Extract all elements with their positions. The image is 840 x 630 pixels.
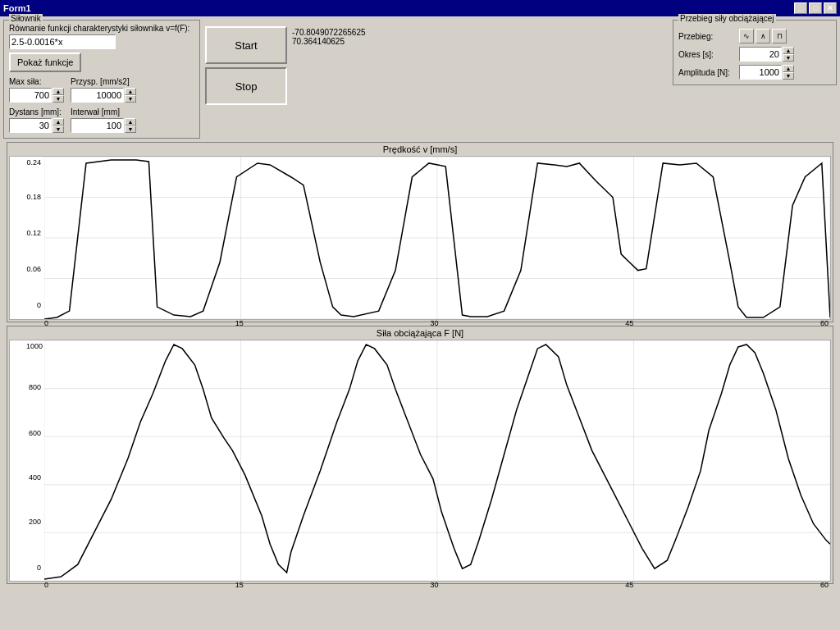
chart2-y3: 400: [29, 473, 41, 482]
top-panel: Siłownik Równanie funkcji charakterystyk…: [3, 20, 837, 139]
title-bar-buttons[interactable]: _ □ ✕: [794, 2, 837, 14]
minimize-button[interactable]: _: [794, 2, 807, 14]
przyspieszenie-input[interactable]: [71, 88, 124, 103]
chart1-container: Prędkość v [mm/s] 0.24 0.18 0.12 0.06 0: [7, 142, 833, 322]
chart2-x4: 45: [625, 581, 633, 589]
chart1-x3: 30: [430, 319, 438, 327]
chart2-y6: 1000: [26, 342, 43, 350]
show-func-button[interactable]: Pokaż funkcje: [9, 52, 81, 72]
amplituda-input[interactable]: [739, 65, 782, 80]
chart2-svg: [44, 340, 830, 581]
okres-up[interactable]: ▲: [783, 47, 794, 54]
stop-button[interactable]: Stop: [205, 67, 287, 105]
chart1-x2: 15: [235, 319, 244, 327]
siłownik-group-title: Siłownik: [9, 14, 43, 23]
przyspieszenie-up[interactable]: ▲: [125, 88, 136, 95]
amplituda-up[interactable]: ▲: [783, 65, 794, 72]
chart1-svg: [44, 157, 830, 319]
wave-triangle-btn[interactable]: ∧: [756, 29, 770, 43]
chart1-y2: 0.06: [26, 265, 41, 273]
przebieg-group: Przebieg siły obciążającej Przebieg: ∿ ∧…: [673, 20, 837, 85]
charts-area: Prędkość v [mm/s] 0.24 0.18 0.12 0.06 0: [3, 142, 837, 587]
chart2-y4: 600: [29, 429, 41, 437]
chart2-y5: 800: [29, 383, 41, 391]
max-sila-down[interactable]: ▼: [52, 95, 64, 103]
chart2-svg-wrapper: 0 15 30 45 60: [44, 340, 830, 581]
dystans-label: Dystans [mm]:: [9, 107, 64, 116]
chart1-x-axis: 0 15 30 45 60: [44, 319, 830, 327]
chart2-x5: 60: [820, 581, 829, 589]
chart1-y5: 0.24: [26, 158, 41, 167]
dystans-input[interactable]: [9, 118, 52, 133]
chart1-y-axis: 0.24 0.18 0.12 0.06 0: [10, 157, 44, 319]
przyspieszenie-label: Przysp. [mm/s2]: [71, 77, 136, 86]
wave-square-btn[interactable]: ⊓: [772, 29, 787, 43]
chart2-x-axis: 0 15 30 45 60: [44, 581, 830, 589]
siłownik-group: Siłownik Równanie funkcji charakterystyk…: [3, 20, 200, 139]
przebieg-label: Przebieg:: [678, 32, 736, 41]
max-sila-label: Max siła:: [9, 77, 64, 86]
interwał-label: Interwał [mm]: [71, 107, 136, 116]
chart2-x3: 30: [430, 581, 438, 589]
przyspieszenie-down[interactable]: ▼: [125, 95, 136, 103]
amplituda-label: Amplituda [N]:: [678, 68, 736, 77]
chart1-y3: 0.12: [26, 229, 41, 237]
equation-label: Równanie funkcji charakterystyki siłowni…: [9, 24, 194, 33]
max-sila-input[interactable]: [9, 88, 52, 103]
start-button[interactable]: Start: [205, 26, 287, 64]
chart2-title: Siła obciążająca F [N]: [7, 326, 833, 340]
interwał-down[interactable]: ▼: [125, 126, 136, 133]
interwał-input[interactable]: [71, 118, 124, 133]
amplituda-down[interactable]: ▼: [783, 72, 794, 80]
okres-down[interactable]: ▼: [783, 54, 794, 62]
chart2-x1: 0: [44, 581, 48, 589]
okres-input[interactable]: [739, 47, 782, 62]
main-content: Siłownik Równanie funkcji charakterystyk…: [0, 16, 840, 591]
chart1-y1: 0: [37, 301, 41, 309]
chart2-x2: 15: [235, 581, 244, 589]
coord-line1: -70.8049072265625: [292, 28, 399, 37]
okres-label: Okres [s]:: [678, 50, 736, 59]
chart2-y-axis: 1000 800 600 400 200 0: [10, 340, 44, 581]
chart2-area: 1000 800 600 400 200 0: [9, 340, 831, 582]
chart2-container: Siła obciążająca F [N] 1000 800 600 400 …: [7, 326, 833, 584]
chart1-x5: 60: [820, 319, 829, 327]
chart2-y2: 200: [29, 518, 41, 526]
coord-line2: 70.364140625: [292, 37, 399, 46]
start-stop-group: Start Stop: [205, 26, 287, 105]
wave-sine-btn[interactable]: ∿: [739, 29, 754, 43]
window-title: Form1: [3, 3, 31, 13]
chart1-area: 0.24 0.18 0.12 0.06 0: [9, 156, 831, 320]
close-button[interactable]: ✕: [824, 2, 837, 14]
przebieg-group-title: Przebieg siły obciążającej: [678, 14, 776, 23]
chart1-y4: 0.18: [26, 193, 41, 201]
dystans-down[interactable]: ▼: [52, 126, 64, 133]
chart1-svg-wrapper: 0 15 30 45 60: [44, 157, 830, 319]
dystans-up[interactable]: ▲: [52, 118, 64, 126]
maximize-button[interactable]: □: [809, 2, 822, 14]
equation-input[interactable]: [9, 34, 116, 49]
chart1-x1: 0: [44, 319, 48, 327]
chart2-y1: 0: [37, 564, 41, 572]
wave-icons[interactable]: ∿ ∧ ⊓: [739, 29, 787, 43]
chart1-x4: 45: [625, 319, 633, 327]
interwał-up[interactable]: ▲: [125, 118, 136, 126]
max-sila-up[interactable]: ▲: [52, 88, 64, 95]
coords-panel: -70.8049072265625 70.364140625: [292, 28, 399, 46]
chart1-title: Prędkość v [mm/s]: [7, 143, 833, 156]
